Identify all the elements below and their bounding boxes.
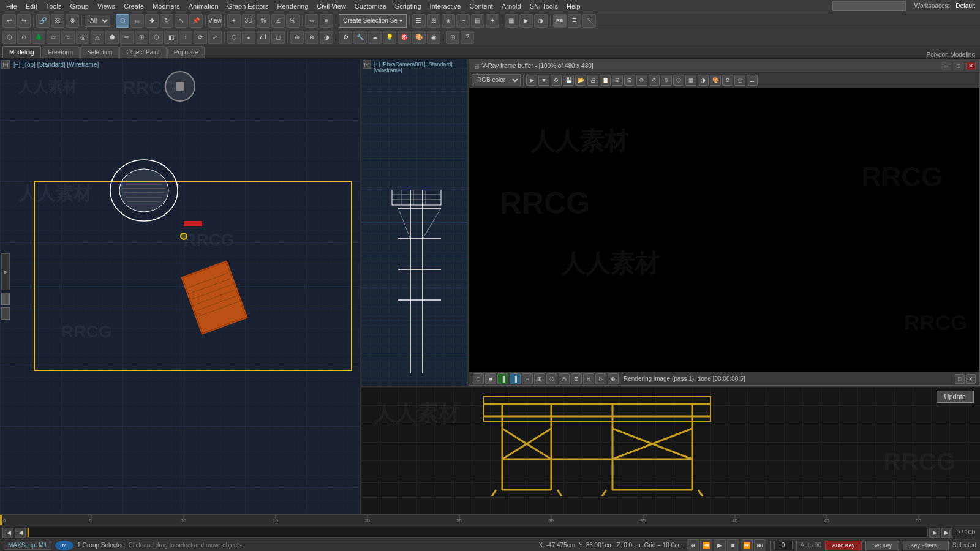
search-input[interactable] <box>832 1 906 11</box>
menu-views[interactable]: Views <box>94 2 119 10</box>
snap-pct-button[interactable]: % <box>286 14 300 28</box>
timeline-start[interactable]: |◀ <box>2 528 13 538</box>
scale-button[interactable]: ⤡ <box>175 14 188 28</box>
vray-st2[interactable]: ■ <box>485 373 496 384</box>
select-region-button[interactable]: ▭ <box>130 14 144 28</box>
vray-tb10[interactable]: ⟳ <box>636 75 647 86</box>
obj-tb3[interactable]: 🌲 <box>32 31 45 44</box>
vray-st3[interactable]: ▐ <box>497 373 508 384</box>
timeline-end[interactable]: ▶| <box>941 528 952 538</box>
vray-tb4[interactable]: 💾 <box>563 75 574 86</box>
move-button[interactable]: ✥ <box>145 14 159 28</box>
vray-maximize[interactable]: □ <box>954 62 963 70</box>
setkey-button[interactable]: Set Key <box>865 541 899 550</box>
obj-tb20[interactable]: ⊕ <box>290 31 304 44</box>
obj-tb4[interactable]: ▱ <box>47 31 60 44</box>
menu-civil-view[interactable]: Civil View <box>313 2 349 10</box>
nav-widget[interactable] <box>165 71 195 102</box>
unlink-button[interactable]: ⛓ <box>51 14 64 28</box>
timeline-track[interactable] <box>27 528 928 538</box>
obj-tb5[interactable]: ○ <box>61 31 75 44</box>
ref-coord-button[interactable]: View <box>208 14 222 28</box>
vray-tb15[interactable]: ◑ <box>698 75 709 86</box>
tab-populate[interactable]: Populate <box>167 46 205 58</box>
obj-tb6[interactable]: ◎ <box>76 31 89 44</box>
vray-tb17[interactable]: ⚙ <box>722 75 733 86</box>
vp-cam-corner[interactable]: [+] <box>363 60 371 69</box>
obj-tb11[interactable]: ⬡ <box>149 31 163 44</box>
filter-dropdown[interactable]: All <box>85 15 110 27</box>
obj-tb15[interactable]: ⤢ <box>208 31 222 44</box>
redo-button[interactable]: ↪ <box>17 14 31 28</box>
obj-tb2[interactable]: ⊙ <box>17 31 31 44</box>
undo-button[interactable]: ↩ <box>2 14 16 28</box>
vray-st-sq[interactable]: □ <box>955 374 965 384</box>
vray-tb5[interactable]: 📂 <box>575 75 586 86</box>
menu-graph-editors[interactable]: Graph Editors <box>224 2 273 10</box>
vray-tb6[interactable]: 🖨 <box>587 75 598 86</box>
maxscript-tab[interactable]: MAXScript M1 <box>4 541 51 550</box>
snap-cycle-button[interactable]: % <box>257 14 270 28</box>
vray-st1[interactable]: □ <box>473 373 484 384</box>
obj-tb9[interactable]: ✏ <box>120 31 134 44</box>
obj-tb28[interactable]: 🎨 <box>412 31 426 44</box>
vray-tb9[interactable]: ⊟ <box>624 75 635 86</box>
keyfilters-button[interactable]: Key Filters... <box>903 541 949 550</box>
vray-st6[interactable]: ⊞ <box>534 373 545 384</box>
obj-tb26[interactable]: 💡 <box>383 31 396 44</box>
play-btn[interactable]: ▶ <box>714 539 726 552</box>
camera-viewport[interactable]: [+] [+] [PhysCamera001] [Standard] [Wire… <box>361 59 469 386</box>
menu-customize[interactable]: Customize <box>351 2 390 10</box>
vray-color-mode[interactable]: RGB color <box>472 74 521 86</box>
autokey-button[interactable]: Auto Key <box>825 541 862 550</box>
vray-tb16[interactable]: 🎨 <box>710 75 721 86</box>
place-button[interactable]: 📌 <box>189 14 203 28</box>
stop-btn[interactable]: ■ <box>727 539 739 552</box>
vray-tb19[interactable]: ☰ <box>747 75 758 86</box>
vray-tb8[interactable]: ⊞ <box>612 75 623 86</box>
vray-st10[interactable]: H <box>583 373 594 384</box>
vray-tb2[interactable]: ■ <box>538 75 549 86</box>
menu-interactive[interactable]: Interactive <box>426 2 465 10</box>
vray-st5[interactable]: ≡ <box>522 373 533 384</box>
snap-angle-button[interactable]: ∡ <box>271 14 285 28</box>
obj-tb7[interactable]: △ <box>91 31 104 44</box>
vray-st7[interactable]: ⬡ <box>546 373 557 384</box>
obj-tb18[interactable]: ⛙ <box>257 31 270 44</box>
obj-tb25[interactable]: ☁ <box>368 31 382 44</box>
vray-tb7[interactable]: 📋 <box>600 75 611 86</box>
menu-rendering[interactable]: Rendering <box>274 2 312 10</box>
material-button[interactable]: ◈ <box>442 14 455 28</box>
obj-tb10[interactable]: ⊞ <box>135 31 148 44</box>
snap3d-button[interactable]: 3D <box>242 14 255 28</box>
link-button[interactable]: 🔗 <box>36 14 50 28</box>
dope-sheet-button[interactable]: ▤ <box>471 14 484 28</box>
menu-tools[interactable]: Tools <box>42 2 66 10</box>
obj-tb24[interactable]: 🔧 <box>353 31 367 44</box>
vp-corner-top-left[interactable]: [+] <box>1 60 10 69</box>
rotate-button[interactable]: ↻ <box>160 14 173 28</box>
prev-key-btn[interactable]: ⏪ <box>700 539 712 552</box>
render-setup-button[interactable]: ▦ <box>505 14 518 28</box>
vray-tb13[interactable]: ⬡ <box>673 75 684 86</box>
menu-content[interactable]: Content <box>466 2 497 10</box>
menu-file[interactable]: File <box>2 2 21 10</box>
menu-help[interactable]: Help <box>563 2 584 10</box>
obj-tb16[interactable]: ⬡ <box>227 31 241 44</box>
obj-tb23[interactable]: ⚙ <box>339 31 352 44</box>
menu-edit[interactable]: Edit <box>22 2 41 10</box>
timeline-next[interactable]: ▶ <box>929 528 940 538</box>
obj-tb30[interactable]: ⊞ <box>446 31 459 44</box>
vray-tb14[interactable]: ▦ <box>685 75 696 86</box>
vray-st12[interactable]: ⊕ <box>608 373 619 384</box>
menu-create[interactable]: Create <box>120 2 148 10</box>
obj-tb19[interactable]: ◻ <box>271 31 285 44</box>
vray-tb12[interactable]: ⊕ <box>661 75 672 86</box>
obj-tb14[interactable]: ⟳ <box>194 31 207 44</box>
obj-tb21[interactable]: ⊗ <box>305 31 318 44</box>
obj-tb13[interactable]: ↕ <box>179 31 192 44</box>
vray-st9[interactable]: ⚙ <box>571 373 582 384</box>
vray-tb1[interactable]: ▶ <box>526 75 537 86</box>
menu-sni-tools[interactable]: SNi Tools <box>526 2 562 10</box>
update-button[interactable]: Update <box>937 391 974 403</box>
